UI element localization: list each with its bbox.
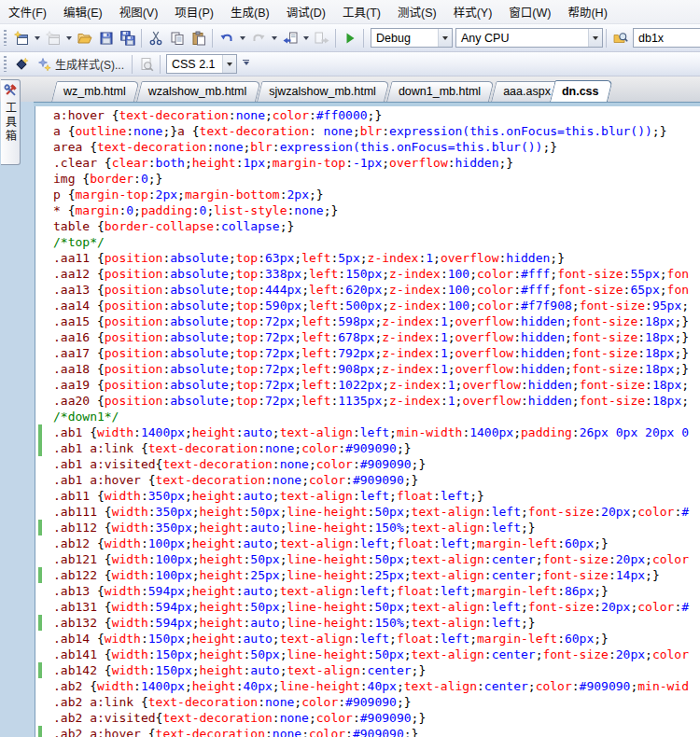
toolbar-options-button[interactable]	[240, 54, 252, 75]
new-project-dropdown[interactable]	[32, 28, 42, 49]
navigate-forward-button	[311, 28, 332, 49]
code-line-31[interactable]: .ab13 {width:594px;height:auto;text-alig…	[35, 583, 700, 599]
code-line-32[interactable]: .ab131 {width:594px;height:50px;line-hei…	[35, 599, 700, 615]
save-icon	[99, 31, 114, 46]
chevron-down-icon[interactable]	[438, 29, 452, 47]
chevron-down-icon[interactable]	[222, 55, 236, 73]
code-line-27[interactable]: .ab112 {width:350px;height:auto;line-hei…	[35, 520, 700, 535]
tab-dn.css[interactable]: dn.css	[550, 80, 608, 102]
undo-button[interactable]	[216, 28, 237, 49]
toolbox-collapsed-tab[interactable]: 工具箱	[1, 79, 21, 165]
code-line-29[interactable]: .ab121 {width:100px;height:50px;line-hei…	[35, 551, 700, 567]
add-item-dropdown[interactable]	[63, 28, 74, 49]
code-line-14[interactable]: .aa15 {position:absolute;top:72px;left:5…	[35, 313, 700, 329]
code-line-3[interactable]: area {text-decoration:none;blr:expressio…	[35, 139, 700, 155]
css-schema-combobox[interactable]: CSS 2.1	[166, 54, 237, 74]
change-bar-slot	[38, 266, 42, 282]
menu-item-2[interactable]: 编辑(E)	[55, 0, 111, 23]
code-text: .ab1 a:visited{text-decoration:none;colo…	[53, 456, 426, 472]
save-all-button[interactable]	[117, 28, 138, 49]
save-button[interactable]	[95, 28, 117, 49]
code-line-21[interactable]: .ab1 {width:1400px;height:auto;text-alig…	[35, 424, 700, 440]
change-bar-slot	[38, 678, 42, 694]
code-line-17[interactable]: .aa18 {position:absolute;top:72px;left:9…	[35, 361, 700, 377]
undo-dropdown[interactable]	[237, 28, 247, 49]
code-line-19[interactable]: .aa20 {position:absolute;top:72px;left:1…	[35, 393, 700, 409]
code-text: .aa13 {position:absolute;top:444px;left:…	[53, 282, 689, 298]
tab-down1_mb.html[interactable]: down1_mb.html	[386, 81, 489, 102]
code-line-2[interactable]: a {outline:none;}a {text-decoration: non…	[35, 123, 700, 139]
start-debugging-button[interactable]	[339, 28, 360, 49]
code-line-26[interactable]: .ab111 {width:350px;height:50px;line-hei…	[35, 504, 700, 520]
menu-item-6[interactable]: 调试(D)	[278, 0, 334, 23]
change-bar-slot	[38, 218, 42, 234]
tab-sjwzalshow_mb.html[interactable]: sjwzalshow_mb.html	[257, 81, 385, 102]
build-style-button[interactable]: 生成样式(S)...	[32, 54, 129, 75]
code-line-12[interactable]: .aa13 {position:absolute;top:444px;left:…	[35, 282, 700, 298]
toolbar-grip[interactable]	[4, 56, 7, 72]
code-line-18[interactable]: .aa19 {position:absolute;top:72px;left:1…	[35, 377, 700, 393]
menu-item-9[interactable]: 样式(Y)	[445, 0, 501, 23]
menu-item-10[interactable]: 窗口(W)	[500, 0, 559, 23]
configuration-combobox[interactable]: Debug	[371, 28, 453, 48]
code-line-16[interactable]: .aa17 {position:absolute;top:72px;left:7…	[35, 345, 700, 361]
platform-value: Any CPU	[456, 32, 588, 45]
code-line-8[interactable]: table {border-collapse:collapse;}	[35, 218, 700, 234]
menu-item-3[interactable]: 视图(V)	[111, 0, 167, 23]
code-line-13[interactable]: .aa14 {position:absolute;top:590px;left:…	[35, 298, 700, 313]
code-line-25[interactable]: .ab11 {width:350px;height:auto;text-alig…	[35, 488, 700, 504]
code-text: .aa12 {position:absolute;top:338px;left:…	[53, 266, 689, 282]
menu-item-7[interactable]: 工具(T)	[334, 0, 389, 23]
code-line-4[interactable]: .clear {clear:both;height:1px;margin-top…	[35, 155, 700, 171]
find-in-files-button[interactable]	[609, 28, 631, 49]
code-editor[interactable]: a:hover {text-decoration:none;color:#ff0…	[35, 106, 700, 737]
navigate-backward-dropdown[interactable]	[301, 28, 311, 49]
chevron-down-icon[interactable]	[588, 29, 602, 47]
change-bar-slot	[38, 647, 42, 662]
code-line-37[interactable]: .ab2 {width:1400px;height:40px;line-heig…	[35, 678, 700, 694]
code-line-10[interactable]: .aa11 {position:absolute;top:63px;left:5…	[35, 250, 700, 266]
find-input[interactable]	[633, 28, 700, 48]
code-line-35[interactable]: .ab141 {width:150px;height:50px;line-hei…	[35, 647, 700, 662]
code-line-1[interactable]: a:hover {text-decoration:none;color:#ff0…	[35, 107, 700, 123]
code-line-5[interactable]: img {border:0;}	[35, 171, 700, 187]
code-line-20[interactable]: /*down1*/	[35, 409, 700, 424]
navigate-backward-button[interactable]	[279, 28, 301, 49]
menu-item-11[interactable]: 帮助(H)	[559, 0, 615, 23]
platform-combobox[interactable]: Any CPU	[455, 28, 603, 48]
menu-item-1[interactable]: 文件(F)	[0, 0, 55, 23]
tab-wz_mb.html[interactable]: wz_mb.html	[51, 81, 134, 102]
cut-button[interactable]	[145, 28, 166, 49]
change-bar-slot	[38, 202, 42, 218]
menu-item-4[interactable]: 项目(P)	[166, 0, 222, 23]
open-file-button[interactable]	[74, 28, 95, 49]
code-line-38[interactable]: .ab2 a:link {text-decoration:none;color:…	[35, 694, 700, 710]
code-line-40[interactable]: .ab2 a:hover {text-decoration:none;color…	[35, 726, 700, 737]
code-line-33[interactable]: .ab132 {width:594px;height:auto;line-hei…	[35, 615, 700, 631]
code-line-36[interactable]: .ab142 {width:150px;height:auto;text-ali…	[35, 662, 700, 678]
code-text: a:hover {text-decoration:none;color:#ff0…	[53, 107, 382, 123]
code-line-23[interactable]: .ab1 a:visited{text-decoration:none;colo…	[35, 456, 700, 472]
open-file-icon	[77, 31, 92, 46]
copy-button[interactable]	[166, 28, 188, 49]
style-builder-button[interactable]	[10, 54, 32, 75]
menu-item-5[interactable]: 生成(B)	[222, 0, 278, 23]
code-line-7[interactable]: * {margin:0;padding:0;list-style:none;}	[35, 202, 700, 218]
menu-item-8[interactable]: 测试(S)	[389, 0, 445, 23]
code-line-22[interactable]: .ab1 a:link {text-decoration:none;color:…	[35, 440, 700, 456]
code-line-30[interactable]: .ab122 {width:100px;height:25px;line-hei…	[35, 567, 700, 583]
code-line-6[interactable]: p {margin-top:2px;margin-bottom:2px;}	[35, 187, 700, 202]
code-line-15[interactable]: .aa16 {position:absolute;top:72px;left:6…	[35, 329, 700, 345]
tab-wzalshow_mb.html[interactable]: wzalshow_mb.html	[136, 81, 256, 102]
code-text: .aa16 {position:absolute;top:72px;left:6…	[53, 329, 689, 345]
paste-button[interactable]	[188, 28, 209, 49]
code-line-11[interactable]: .aa12 {position:absolute;top:338px;left:…	[35, 266, 700, 282]
code-line-9[interactable]: /*top*/	[35, 234, 700, 250]
code-line-24[interactable]: .ab1 a:hover {text-decoration:none;color…	[35, 472, 700, 488]
code-line-28[interactable]: .ab12 {width:100px;height:auto;text-alig…	[35, 535, 700, 551]
redo-dropdown[interactable]	[269, 28, 279, 49]
code-line-39[interactable]: .ab2 a:visited{text-decoration:none;colo…	[35, 710, 700, 726]
new-project-button[interactable]	[10, 28, 32, 49]
code-line-34[interactable]: .ab14 {width:150px;height:auto;text-alig…	[35, 631, 700, 647]
toolbar-grip[interactable]	[4, 30, 7, 46]
